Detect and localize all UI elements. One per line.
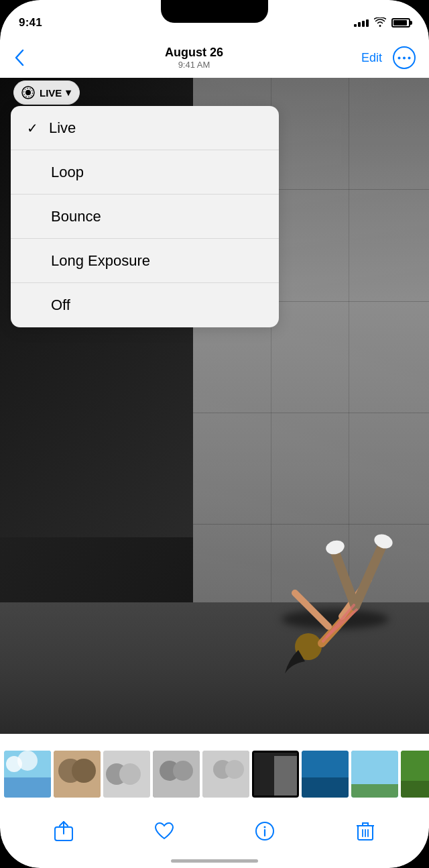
svg-point-2 bbox=[408, 56, 410, 59]
battery-icon bbox=[391, 18, 410, 28]
home-indicator bbox=[171, 859, 258, 863]
svg-rect-33 bbox=[274, 756, 298, 798]
live-photo-icon bbox=[21, 85, 36, 100]
thumbnail-2[interactable] bbox=[54, 751, 101, 798]
live-chevron: ▾ bbox=[66, 87, 71, 99]
dropdown-menu: ✓ Live Loop Bounce Long Exposure Off bbox=[11, 106, 279, 327]
info-icon bbox=[255, 821, 275, 841]
dropdown-item-live-label: Live bbox=[49, 119, 76, 137]
thumbnail-3[interactable] bbox=[103, 751, 150, 798]
nav-center: August 26 9:41 AM bbox=[165, 46, 223, 70]
signal-icon bbox=[354, 19, 369, 27]
nav-title: August 26 bbox=[165, 46, 223, 60]
checkmark-icon: ✓ bbox=[27, 120, 38, 136]
dropdown-item-live[interactable]: ✓ Live bbox=[11, 106, 279, 150]
wifi-icon bbox=[374, 17, 386, 29]
thumbnail-9[interactable] bbox=[401, 751, 429, 798]
svg-point-14 bbox=[25, 90, 31, 95]
nav-subtitle: 9:41 AM bbox=[165, 60, 223, 70]
svg-rect-35 bbox=[302, 777, 349, 798]
like-button[interactable] bbox=[147, 814, 181, 848]
nav-actions: Edit bbox=[361, 46, 416, 69]
person-figure bbox=[268, 445, 402, 680]
thumbnail-1[interactable] bbox=[4, 751, 51, 798]
live-button[interactable]: LIVE ▾ bbox=[13, 80, 80, 105]
dropdown-item-long-exposure[interactable]: Long Exposure bbox=[11, 239, 279, 283]
trash-button[interactable] bbox=[349, 814, 382, 848]
nav-bar: August 26 9:41 AM Edit bbox=[0, 38, 429, 78]
svg-point-9 bbox=[324, 539, 346, 557]
dropdown-item-long-exposure-label: Long Exposure bbox=[51, 252, 150, 270]
dropdown-item-loop-label: Loop bbox=[51, 164, 84, 181]
svg-line-8 bbox=[355, 546, 382, 606]
trash-icon bbox=[357, 821, 374, 841]
more-button[interactable] bbox=[393, 46, 416, 69]
svg-rect-37 bbox=[351, 784, 398, 798]
thumbnail-7[interactable] bbox=[302, 751, 349, 798]
dropdown-item-bounce[interactable]: Bounce bbox=[11, 195, 279, 239]
dropdown-item-bounce-label: Bounce bbox=[51, 208, 101, 225]
svg-point-19 bbox=[17, 751, 38, 771]
svg-line-5 bbox=[295, 593, 328, 627]
phone-frame: 9:41 bbox=[0, 0, 429, 868]
edit-button[interactable]: Edit bbox=[361, 51, 382, 65]
live-button-wrap: LIVE ▾ bbox=[13, 80, 80, 105]
svg-point-0 bbox=[397, 56, 400, 59]
svg-point-31 bbox=[225, 760, 244, 779]
status-icons bbox=[354, 17, 410, 29]
svg-point-28 bbox=[173, 761, 193, 781]
thumbnail-6-selected[interactable] bbox=[252, 751, 299, 798]
svg-point-22 bbox=[72, 759, 96, 783]
dropdown-item-off-label: Off bbox=[51, 296, 70, 314]
svg-rect-39 bbox=[401, 781, 429, 798]
status-time: 9:41 bbox=[19, 16, 42, 30]
svg-point-10 bbox=[372, 532, 394, 551]
dropdown-item-off[interactable]: Off bbox=[11, 283, 279, 327]
svg-point-25 bbox=[119, 763, 141, 785]
share-button[interactable] bbox=[47, 814, 80, 848]
svg-point-47 bbox=[264, 826, 266, 828]
thumbnail-4[interactable] bbox=[153, 751, 200, 798]
notch bbox=[161, 0, 268, 23]
screen: 9:41 bbox=[0, 0, 429, 868]
thumbnail-strip bbox=[0, 734, 429, 814]
svg-rect-17 bbox=[4, 777, 51, 798]
svg-point-1 bbox=[403, 56, 406, 59]
thumbnail-8[interactable] bbox=[351, 751, 398, 798]
heart-icon bbox=[154, 822, 174, 840]
back-button[interactable] bbox=[13, 48, 27, 68]
share-icon bbox=[54, 820, 73, 842]
svg-line-7 bbox=[335, 553, 355, 606]
live-label: LIVE bbox=[40, 87, 62, 99]
thumbnail-5[interactable] bbox=[202, 751, 249, 798]
info-button[interactable] bbox=[248, 814, 282, 848]
dropdown-item-loop[interactable]: Loop bbox=[11, 150, 279, 195]
